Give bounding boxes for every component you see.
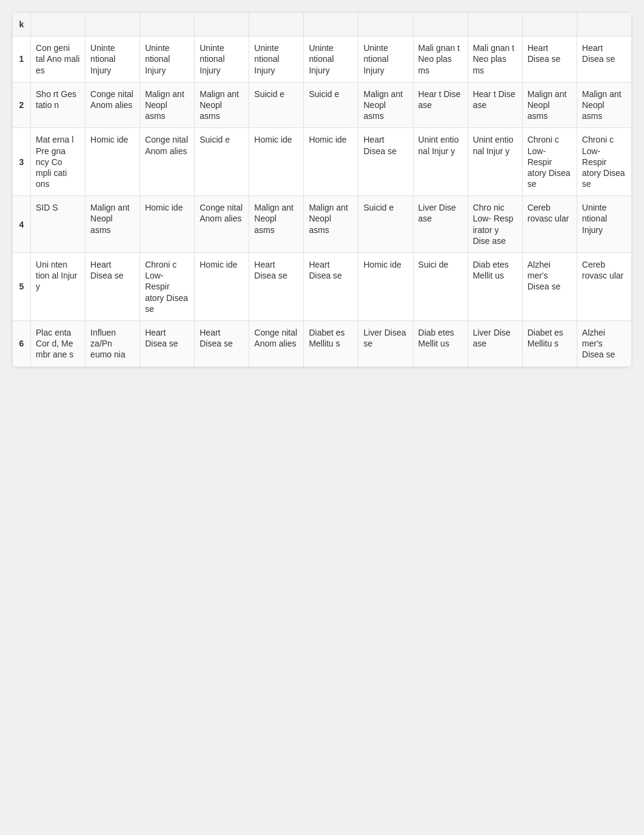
cell-r4-c1: SID S <box>31 196 86 253</box>
col-header-11 <box>577 13 631 36</box>
cell-r4-c6: Malign ant Neopl asms <box>304 196 358 253</box>
table-row: 5Uni nten tion al Injur yHeart Disea seC… <box>13 253 632 321</box>
cell-r4-c8: Liver Dise ase <box>413 196 468 253</box>
cell-r2-c4: Malign ant Neopl asms <box>195 82 249 128</box>
cell-r2-c3: Malign ant Neopl asms <box>140 82 195 128</box>
table-row: 3Mat erna l Pre gna ncy Co mpli cati ons… <box>13 128 632 196</box>
cell-r4-c7: Suicid e <box>358 196 413 253</box>
cell-r5-c11: Cereb rovasc ular <box>577 253 631 321</box>
cell-r5-c1: Uni nten tion al Injur y <box>31 253 86 321</box>
col-header-rank: k <box>13 13 31 36</box>
cell-r3-c9: Unint entio nal Injur y <box>468 128 522 196</box>
cell-r3-c5: Homic ide <box>249 128 304 196</box>
cell-r5-c6: Heart Disea se <box>304 253 358 321</box>
rank-cell: 6 <box>13 320 31 367</box>
cell-r6-c7: Liver Disea se <box>358 320 413 367</box>
cell-r3-c4: Suicid e <box>195 128 249 196</box>
cell-r1-c6: Uninte ntional Injury <box>304 36 358 83</box>
cell-r3-c8: Unint entio nal Injur y <box>413 128 468 196</box>
cell-r3-c7: Heart Disea se <box>358 128 413 196</box>
col-header-9 <box>468 13 522 36</box>
table-row: 2Sho rt Ges tatio nConge nital Anom alie… <box>13 82 632 128</box>
cell-r3-c11: Chroni c Low- Respir atory Disea se <box>577 128 631 196</box>
cell-r4-c5: Malign ant Neopl asms <box>249 196 304 253</box>
cell-r4-c4: Conge nital Anom alies <box>195 196 249 253</box>
cell-r2-c6: Suicid e <box>304 82 358 128</box>
cell-r1-c10: Heart Disea se <box>522 36 577 83</box>
cell-r1-c11: Heart Disea se <box>577 36 631 83</box>
cell-r1-c8: Mali gnan t Neo plas ms <box>413 36 468 83</box>
cell-r2-c2: Conge nital Anom alies <box>86 82 140 128</box>
rank-cell: 5 <box>13 253 31 321</box>
col-header-10 <box>522 13 577 36</box>
cell-r3-c6: Homic ide <box>304 128 358 196</box>
rank-cell: 3 <box>13 128 31 196</box>
cell-r5-c10: Alzhei mer's Disea se <box>522 253 577 321</box>
cell-r2-c11: Malign ant Neopl asms <box>577 82 631 128</box>
cell-r4-c10: Cereb rovasc ular <box>522 196 577 253</box>
cell-r2-c9: Hear t Dise ase <box>468 82 522 128</box>
col-header-6 <box>304 13 358 36</box>
cell-r2-c8: Hear t Dise ase <box>413 82 468 128</box>
cell-r3-c3: Conge nital Anom alies <box>140 128 195 196</box>
cell-r6-c9: Liver Dise ase <box>468 320 522 367</box>
cell-r2-c10: Malign ant Neopl asms <box>522 82 577 128</box>
cell-r2-c7: Malign ant Neopl asms <box>358 82 413 128</box>
col-header-1 <box>31 13 86 36</box>
col-header-8 <box>413 13 468 36</box>
cell-r5-c5: Heart Disea se <box>249 253 304 321</box>
cell-r3-c10: Chroni c Low- Respir atory Disea se <box>522 128 577 196</box>
cell-r1-c9: Mali gnan t Neo plas ms <box>468 36 522 83</box>
col-header-7 <box>358 13 413 36</box>
table-row: 1Con geni tal Ano mali esUninte ntional … <box>13 36 632 83</box>
col-header-2 <box>86 13 140 36</box>
main-table: k 1Con geni tal Ano mali esUninte ntiona… <box>12 12 632 367</box>
cell-r5-c3: Chroni c Low- Respir atory Disea se <box>140 253 195 321</box>
cell-r5-c9: Diab etes Mellit us <box>468 253 522 321</box>
cell-r3-c1: Mat erna l Pre gna ncy Co mpli cati ons <box>31 128 86 196</box>
col-header-5 <box>249 13 304 36</box>
col-header-4 <box>195 13 249 36</box>
cell-r1-c3: Uninte ntional Injury <box>140 36 195 83</box>
col-header-3 <box>140 13 195 36</box>
cell-r6-c10: Diabet es Mellitu s <box>522 320 577 367</box>
cell-r6-c1: Plac enta Cor d, Me mbr ane s <box>31 320 86 367</box>
rank-cell: 1 <box>13 36 31 83</box>
cell-r6-c5: Conge nital Anom alies <box>249 320 304 367</box>
cell-r1-c7: Uninte ntional Injury <box>358 36 413 83</box>
cell-r6-c6: Diabet es Mellitu s <box>304 320 358 367</box>
cell-r4-c2: Malign ant Neopl asms <box>86 196 140 253</box>
cell-r1-c2: Uninte ntional Injury <box>86 36 140 83</box>
table-row: 6Plac enta Cor d, Me mbr ane sInfluen za… <box>13 320 632 367</box>
rank-cell: 4 <box>13 196 31 253</box>
cell-r6-c3: Heart Disea se <box>140 320 195 367</box>
table-row: 4SID SMalign ant Neopl asmsHomic ideCong… <box>13 196 632 253</box>
cell-r6-c4: Heart Disea se <box>195 320 249 367</box>
cell-r2-c1: Sho rt Ges tatio n <box>31 82 86 128</box>
cell-r5-c8: Suici de <box>413 253 468 321</box>
cell-r5-c4: Homic ide <box>195 253 249 321</box>
rank-cell: 2 <box>13 82 31 128</box>
cell-r1-c1: Con geni tal Ano mali es <box>31 36 86 83</box>
cell-r1-c5: Uninte ntional Injury <box>249 36 304 83</box>
cell-r5-c7: Homic ide <box>358 253 413 321</box>
cell-r6-c11: Alzhei mer's Disea se <box>577 320 631 367</box>
cell-r1-c4: Uninte ntional Injury <box>195 36 249 83</box>
cell-r5-c2: Heart Disea se <box>86 253 140 321</box>
cell-r6-c2: Influen za/Pn eumo nia <box>86 320 140 367</box>
cell-r2-c5: Suicid e <box>249 82 304 128</box>
cell-r6-c8: Diab etes Mellit us <box>413 320 468 367</box>
cell-r4-c3: Homic ide <box>140 196 195 253</box>
cell-r3-c2: Homic ide <box>86 128 140 196</box>
cell-r4-c11: Uninte ntional Injury <box>577 196 631 253</box>
cell-r4-c9: Chro nic Low- Resp irator y Dise ase <box>468 196 522 253</box>
